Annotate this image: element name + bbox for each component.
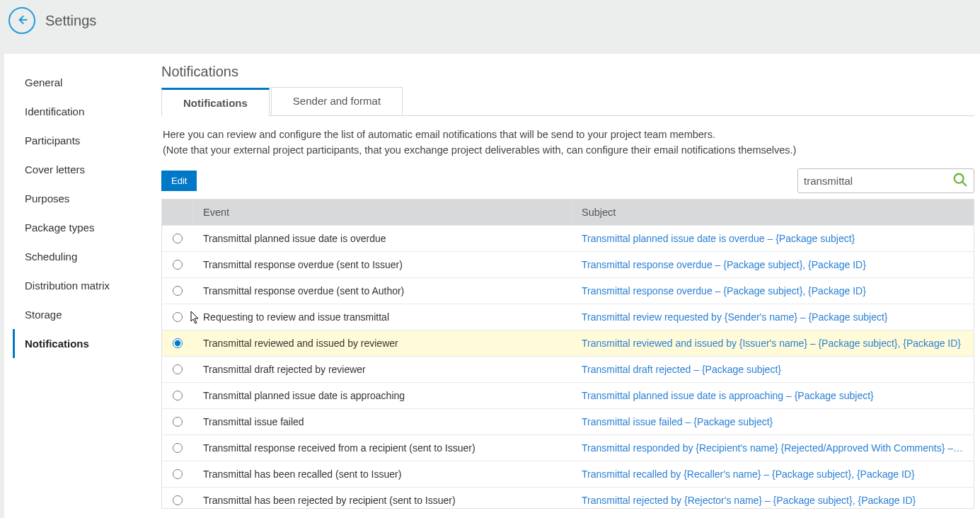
content-area: Notifications NotificationsSender and fo… [154,54,980,518]
arrow-left-icon [15,13,29,29]
subject-link[interactable]: Transmittal reviewed and issued by {Issu… [572,332,974,355]
description-line-1: Here you can review and configure the li… [163,127,973,143]
row-radio[interactable] [173,417,183,427]
event-cell: Transmittal response received from a rec… [193,437,572,459]
table-body[interactable]: Transmittal planned issue date is overdu… [162,225,974,508]
sidebar-item-participants[interactable]: Participants [13,126,154,155]
sidebar-item-label: Distribution matrix [25,280,110,292]
subject-link[interactable]: Transmittal review requested by {Sender'… [572,306,974,328]
row-radio[interactable] [173,391,183,401]
subject-link[interactable]: Transmittal issue failed – {Package subj… [572,410,974,433]
row-select-cell [162,385,193,406]
search-input[interactable] [804,175,952,187]
sidebar-item-label: Storage [25,309,62,321]
row-radio[interactable] [173,312,183,322]
table-header-row: Event Subject [162,200,974,225]
event-cell: Requesting to review and issue transmitt… [193,306,572,328]
table-row[interactable]: Transmittal draft rejected by reviewerTr… [162,356,974,382]
sidebar-item-label: Participants [25,134,80,146]
sidebar-item-package-types[interactable]: Package types [13,213,154,242]
row-radio[interactable] [173,260,183,270]
sidebar-item-label: Package types [25,221,94,234]
sidebar-item-label: Notifications [25,338,89,350]
toolbar: Edit [161,168,974,199]
row-radio[interactable] [173,338,183,348]
row-radio[interactable] [173,443,183,453]
sidebar-item-distribution-matrix[interactable]: Distribution matrix [13,271,154,300]
description: Here you can review and configure the li… [161,116,974,168]
row-select-cell [162,464,193,485]
table-row[interactable]: Transmittal reviewed and issued by revie… [162,330,974,356]
subject-link[interactable]: Transmittal rejected by {Rejector's name… [572,489,974,508]
column-event[interactable]: Event [193,200,572,225]
header-title: Settings [45,13,96,29]
event-cell: Transmittal has been recalled (sent to I… [193,463,572,485]
sidebar-item-identification[interactable]: Identification [13,97,154,126]
back-button[interactable] [8,7,35,34]
row-select-cell [162,306,193,328]
sidebar-item-label: Purposes [25,192,69,205]
subject-link[interactable]: Transmittal response overdue – {Package … [572,280,974,302]
sidebar-item-label: Scheduling [25,251,77,263]
sidebar-item-cover-letters[interactable]: Cover letters [13,155,154,184]
row-select-cell [162,411,193,432]
sidebar-item-label: General [25,76,62,88]
subject-link[interactable]: Transmittal planned issue date is approa… [572,384,974,407]
sidebar-item-label: Cover letters [25,163,85,175]
row-radio[interactable] [173,495,183,505]
table-row[interactable]: Transmittal planned issue date is overdu… [162,225,974,251]
search-box[interactable] [797,168,974,193]
event-cell: Transmittal planned issue date is approa… [193,384,572,407]
table-row[interactable]: Transmittal response overdue (sent to Is… [162,251,974,277]
row-select-cell [162,437,193,459]
notifications-table: Event Subject Transmittal planned issue … [161,199,974,509]
tab-sender-and-format[interactable]: Sender and format [271,87,403,115]
event-cell: Transmittal draft rejected by reviewer [193,358,572,381]
row-radio[interactable] [173,234,183,243]
sidebar-item-purposes[interactable]: Purposes [13,184,154,213]
description-line-2: (Note that your external project partici… [163,143,973,159]
page-title: Notifications [161,64,974,80]
event-cell: Transmittal planned issue date is overdu… [193,227,572,250]
row-select-cell [162,490,193,508]
subject-link[interactable]: Transmittal draft rejected – {Package su… [572,358,974,381]
event-cell: Transmittal reviewed and issued by revie… [193,332,572,355]
table-row[interactable]: Transmittal response received from a rec… [162,434,974,461]
subject-link[interactable]: Transmittal responded by {Recipient's na… [572,437,974,459]
sidebar-item-storage[interactable]: Storage [13,300,154,329]
row-select-cell [162,280,193,301]
row-select-cell [162,333,193,354]
row-radio[interactable] [173,469,183,479]
search-icon[interactable] [952,172,968,190]
table-row[interactable]: Transmittal response overdue (sent to Au… [162,277,974,304]
main-panel: GeneralIdentificationParticipantsCover l… [4,54,980,518]
table-row[interactable]: Transmittal has been rejected by recipie… [162,487,974,508]
column-subject[interactable]: Subject [572,200,974,225]
table-row[interactable]: Transmittal planned issue date is approa… [162,382,974,408]
sidebar-item-general[interactable]: General [13,68,154,97]
event-cell: Transmittal has been rejected by recipie… [193,489,572,508]
edit-button[interactable]: Edit [161,171,197,191]
page-header: Settings [0,0,980,41]
sidebar-item-scheduling[interactable]: Scheduling [13,242,154,271]
event-cell: Transmittal response overdue (sent to Is… [193,253,572,276]
row-select-cell [162,359,193,380]
settings-sidebar: GeneralIdentificationParticipantsCover l… [13,62,154,518]
tab-notifications[interactable]: Notifications [161,88,270,116]
sidebar-item-label: Identification [25,105,84,117]
subject-link[interactable]: Transmittal recalled by {Recaller's name… [572,463,974,485]
table-row[interactable]: Requesting to review and issue transmitt… [162,304,974,330]
row-radio[interactable] [173,286,183,296]
subject-link[interactable]: Transmittal response overdue – {Package … [572,253,974,276]
sidebar-item-notifications[interactable]: Notifications [13,329,154,358]
row-select-cell [162,228,193,249]
row-radio[interactable] [173,364,183,374]
table-row[interactable]: Transmittal has been recalled (sent to I… [162,461,974,487]
table-row[interactable]: Transmittal issue failedTransmittal issu… [162,408,974,434]
tabs: NotificationsSender and format [161,87,974,116]
event-cell: Transmittal issue failed [193,410,572,433]
column-select [162,200,193,225]
subject-link[interactable]: Transmittal planned issue date is overdu… [572,227,974,250]
row-select-cell [162,254,193,275]
event-cell: Transmittal response overdue (sent to Au… [193,280,572,302]
